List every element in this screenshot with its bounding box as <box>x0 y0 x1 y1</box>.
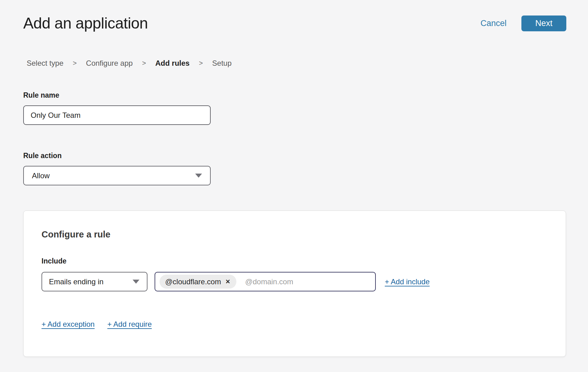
rule-action-value: Allow <box>32 171 50 180</box>
breadcrumb-separator: > <box>199 59 203 67</box>
include-label: Include <box>42 257 548 265</box>
email-domain-tag-input[interactable]: @cloudflare.com ✕ <box>155 272 376 291</box>
breadcrumb-separator: > <box>73 59 77 67</box>
configure-rule-card: Configure a rule Include Emails ending i… <box>23 210 566 357</box>
rule-name-input[interactable] <box>23 105 211 125</box>
add-require-link[interactable]: + Add require <box>107 320 151 329</box>
rule-action-section: Rule action Allow <box>23 152 588 185</box>
email-domain-tag-label: @cloudflare.com <box>165 277 221 286</box>
configure-rule-title: Configure a rule <box>42 229 548 240</box>
page-title: Add an application <box>23 14 148 32</box>
email-domain-entry-input[interactable] <box>245 277 371 286</box>
breadcrumb-step-setup[interactable]: Setup <box>212 59 232 68</box>
page-header: Add an application Cancel Next <box>0 0 588 32</box>
rule-form: Rule name Rule action Allow <box>23 91 588 185</box>
include-criteria-value: Emails ending in <box>49 277 103 286</box>
add-include-link[interactable]: + Add include <box>385 277 430 286</box>
email-domain-tag: @cloudflare.com ✕ <box>160 275 236 289</box>
cancel-button[interactable]: Cancel <box>480 19 507 28</box>
rule-extra-links: + Add exception + Add require <box>42 320 548 329</box>
rule-action-select[interactable]: Allow <box>23 166 211 185</box>
rule-name-label: Rule name <box>23 91 588 100</box>
breadcrumb-step-select-type[interactable]: Select type <box>27 59 64 68</box>
rule-name-section: Rule name <box>23 91 588 125</box>
breadcrumb: Select type > Configure app > Add rules … <box>27 59 588 68</box>
breadcrumb-step-add-rules[interactable]: Add rules <box>155 59 190 68</box>
add-application-page: Add an application Cancel Next Select ty… <box>0 0 588 372</box>
rule-action-label: Rule action <box>23 152 588 160</box>
breadcrumb-step-configure-app[interactable]: Configure app <box>86 59 133 68</box>
chevron-down-icon <box>133 280 139 284</box>
next-button[interactable]: Next <box>521 16 566 31</box>
include-rule-row: Emails ending in @cloudflare.com ✕ + Add… <box>42 272 548 291</box>
remove-tag-icon[interactable]: ✕ <box>225 279 230 285</box>
breadcrumb-separator: > <box>142 59 146 67</box>
chevron-down-icon <box>195 174 202 178</box>
header-actions: Cancel Next <box>480 16 566 31</box>
add-exception-link[interactable]: + Add exception <box>42 320 94 329</box>
include-criteria-select[interactable]: Emails ending in <box>42 272 147 291</box>
